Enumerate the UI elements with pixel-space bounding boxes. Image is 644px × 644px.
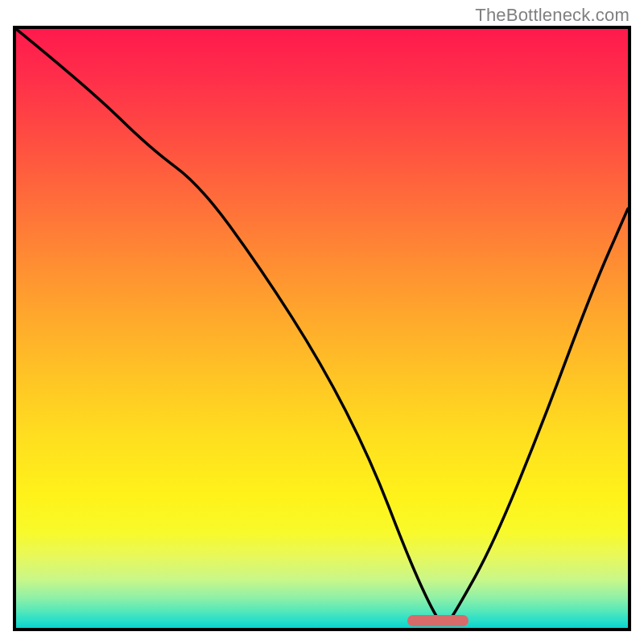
plot-area bbox=[13, 26, 631, 631]
watermark-text: TheBottleneck.com bbox=[475, 5, 630, 26]
optimal-range-marker bbox=[407, 615, 469, 626]
bottleneck-curve bbox=[16, 29, 628, 628]
chart-container: TheBottleneck.com bbox=[0, 0, 644, 644]
